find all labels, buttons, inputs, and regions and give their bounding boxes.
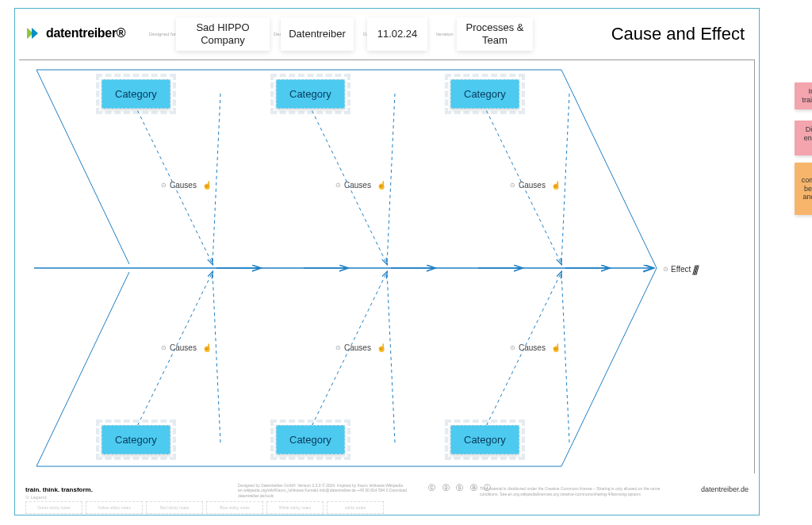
footer-license: This material is distributed under the C… [480, 486, 662, 496]
causes-label-t2: Causes [335, 181, 386, 190]
label-designed-for: Designed for [149, 32, 176, 36]
causes-label-b1: Causes [161, 343, 212, 352]
legend-box: Red sticky notes [146, 501, 203, 514]
footer-url: datentreiber.de [701, 485, 749, 493]
svg-line-20 [561, 272, 569, 443]
legend-box: Blue sticky notes [206, 501, 263, 514]
page-title: Cause and Effect [611, 24, 745, 44]
causes-label-t1: Causes [161, 181, 212, 190]
footer-tagline: train. think. transform. [25, 486, 93, 493]
svg-marker-1 [32, 28, 38, 39]
legend-box: Yellow sticky notes [86, 501, 143, 514]
svg-line-4 [561, 70, 657, 268]
label-iteration: Iteration [436, 32, 454, 36]
legend-row: Green sticky notes Yellow sticky notes R… [25, 501, 384, 514]
svg-line-15 [129, 272, 213, 443]
category-note-bottom-2[interactable]: Category [276, 425, 345, 454]
field-designed-by[interactable]: Datentreiber [281, 17, 354, 51]
category-note-bottom-1[interactable]: Category [102, 425, 170, 454]
category-note-bottom-3[interactable]: Category [450, 425, 519, 454]
sticky-note-2[interactable]: Difficulties in ensuring data quality [795, 121, 812, 155]
svg-line-19 [478, 272, 561, 443]
logo: datentreiber® [25, 25, 125, 41]
logo-text: datentreiber® [46, 26, 125, 40]
category-note-top-1[interactable]: Category [102, 79, 170, 109]
legend-box: Green sticky notes [25, 501, 82, 514]
causes-label-b3: Causes [510, 343, 561, 352]
legend-box: White sticky notes [266, 501, 324, 514]
legend-title: ⊙ Legend [25, 494, 47, 500]
logo-icon [25, 25, 41, 41]
svg-line-12 [387, 94, 395, 264]
sticky-note-3[interactable]: Lack of communication between data and m… [795, 163, 812, 215]
svg-line-13 [478, 94, 561, 264]
fishbone-svg [22, 62, 752, 474]
footer-credits: Designed by Datentreiber GmbH. Version 2… [238, 483, 420, 499]
fishbone-diagram: Category Category Category Category Cate… [22, 62, 752, 466]
field-iteration[interactable]: Processes & Team [457, 17, 533, 51]
field-designed-for[interactable]: Sad HIPPO Company [176, 17, 270, 51]
svg-line-11 [304, 94, 387, 264]
causes-label-b2: Causes [335, 343, 386, 352]
category-note-top-3[interactable]: Category [450, 79, 519, 109]
svg-line-16 [213, 272, 220, 443]
sticky-note-1[interactable]: Insufficient training of staff [795, 82, 812, 109]
effect-label: Effect |||| [663, 263, 698, 275]
svg-line-10 [213, 94, 220, 264]
category-note-top-2[interactable]: Category [276, 79, 345, 109]
svg-line-17 [304, 272, 387, 443]
svg-line-9 [129, 94, 213, 264]
legend-box: sticky notes [327, 501, 384, 514]
field-date[interactable]: 11.02.24 [367, 17, 427, 51]
svg-line-6 [561, 268, 657, 466]
svg-line-14 [561, 94, 569, 264]
svg-line-18 [387, 272, 395, 443]
causes-label-t3: Causes [510, 181, 561, 190]
